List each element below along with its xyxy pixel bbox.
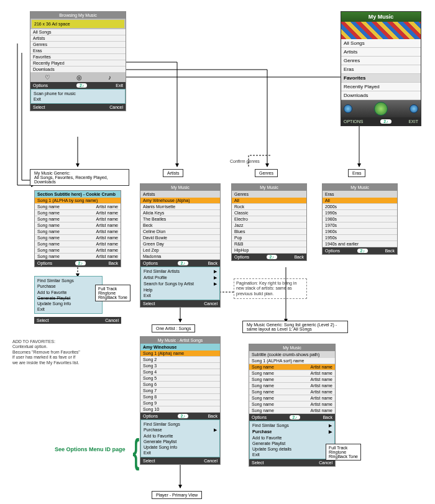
menu-item[interactable]: Update Song details: [252, 446, 332, 452]
list-item[interactable]: Green Day: [140, 241, 220, 247]
list-row[interactable]: Song nameArtist name: [35, 222, 121, 229]
softkey-back[interactable]: Back: [323, 415, 332, 419]
softkey-back[interactable]: Back: [208, 414, 218, 418]
list-item[interactable]: 1990s: [323, 210, 397, 216]
flyout-item[interactable]: Ringtone: [98, 291, 127, 295]
flyout-item[interactable]: Full Track: [329, 446, 358, 450]
menu-item[interactable]: Find Similar Artists▶: [144, 268, 217, 275]
list-row[interactable]: Song nameArtist name: [35, 216, 121, 222]
list-item[interactable]: 1970s: [323, 222, 397, 229]
menu-item[interactable]: Update Song info: [144, 444, 217, 450]
list-item[interactable]: Led Zep: [140, 247, 220, 254]
list-item[interactable]: Artists: [30, 35, 126, 42]
list-row[interactable]: Song nameArtist name: [35, 235, 121, 241]
list-row[interactable]: Song nameArtist name: [35, 254, 121, 260]
list-item[interactable]: Electro: [232, 216, 306, 222]
list-row[interactable]: Song nameArtist name: [249, 377, 335, 383]
list-item[interactable]: 1980s: [323, 216, 397, 222]
list-item[interactable]: Eras: [341, 65, 421, 74]
menu-item[interactable]: Generate Playlist: [144, 439, 217, 444]
list-item[interactable]: Song 7: [140, 388, 220, 394]
list-item[interactable]: Alicia Keys: [140, 210, 220, 216]
menu-item[interactable]: Scan phone for music: [34, 91, 122, 96]
list-item[interactable]: R&B: [232, 241, 306, 247]
menu-item[interactable]: Artist Profile▶: [144, 275, 217, 281]
now-playing-pill[interactable]: 2♪: [290, 415, 300, 419]
list-row[interactable]: Song nameArtist name: [35, 210, 121, 216]
menu-item[interactable]: Purchase▶: [37, 283, 99, 290]
list-item[interactable]: Song 4: [140, 369, 220, 375]
now-playing-pill[interactable]: 2♪: [178, 414, 188, 418]
list-row[interactable]: Song nameArtist name: [35, 247, 121, 254]
softkey-cancel[interactable]: Cancel: [109, 105, 123, 109]
list-item[interactable]: Jazz: [232, 222, 306, 229]
softkey-select[interactable]: Select: [37, 318, 48, 323]
list-item[interactable]: Favorites: [341, 74, 421, 83]
now-playing-pill[interactable]: 2♪: [357, 249, 368, 253]
menu-item[interactable]: Purchase▶: [252, 429, 332, 435]
softkey-options[interactable]: Options: [325, 249, 340, 253]
softkey-options[interactable]: OPTIONS: [344, 119, 364, 124]
list-item[interactable]: Rock: [232, 204, 306, 210]
list-item[interactable]: Classic: [232, 210, 306, 216]
menu-item[interactable]: Find Similar Songs▶: [252, 423, 332, 429]
list-item[interactable]: Song 5: [140, 375, 220, 382]
softkey-cancel[interactable]: Cancel: [319, 460, 332, 465]
softkey-cancel[interactable]: Cancel: [204, 459, 218, 463]
now-playing-pill[interactable]: 2♪: [267, 255, 277, 259]
menu-item[interactable]: Help: [144, 287, 217, 293]
menu-item[interactable]: Generate Playlist: [252, 441, 332, 446]
list-item[interactable]: Song 3: [140, 363, 220, 369]
softkey-options[interactable]: Options: [252, 415, 267, 419]
list-item[interactable]: All Songs: [341, 39, 421, 48]
list-item[interactable]: Artists: [341, 48, 421, 57]
menu-item[interactable]: Exit: [37, 306, 99, 312]
list-item[interactable]: HipHop: [232, 247, 306, 254]
list-header[interactable]: Amy Winehouse (Alpha): [140, 198, 220, 204]
flyout-item[interactable]: RingBack Tone: [98, 295, 127, 300]
menu-item[interactable]: Add to Favorite: [37, 290, 99, 295]
now-playing-pill[interactable]: 2♪: [75, 261, 86, 265]
menu-item[interactable]: Add to Favorite: [252, 435, 332, 441]
softkey-select[interactable]: Select: [33, 105, 45, 109]
play-icon[interactable]: [374, 102, 388, 116]
list-item[interactable]: Blues: [232, 229, 306, 235]
menu-item[interactable]: Purchase▶: [144, 427, 217, 433]
menu-item[interactable]: Search for Songs by Artist▶: [144, 281, 217, 287]
list-header[interactable]: Song 1 (ALPHA by song name): [35, 198, 121, 204]
list-item[interactable]: Alanis Morrisette: [140, 204, 220, 210]
list-header[interactable]: All: [323, 198, 397, 204]
menu-item[interactable]: Find Similar Songs: [37, 278, 99, 283]
list-row[interactable]: Song nameArtist name: [249, 389, 335, 395]
list-item[interactable]: Eras: [30, 48, 126, 54]
flyout-item[interactable]: RingBack Tone: [329, 454, 358, 459]
options-icon[interactable]: [344, 104, 352, 113]
list-item[interactable]: Pop: [232, 235, 306, 241]
menu-item[interactable]: Generate Playlist: [37, 295, 99, 301]
list-item[interactable]: Genres: [341, 57, 421, 65]
list-item[interactable]: The Beatles: [140, 216, 220, 222]
menu-item[interactable]: Find Similar Songs: [144, 421, 217, 427]
list-item[interactable]: Genres: [30, 42, 126, 48]
list-row[interactable]: Song nameArtist name: [249, 364, 335, 370]
softkey-options[interactable]: Options: [37, 261, 52, 265]
list-row[interactable]: Song nameArtist name: [249, 383, 335, 389]
softkey-cancel[interactable]: Cancel: [204, 301, 218, 306]
disc-icon[interactable]: ◎: [76, 74, 82, 81]
now-playing-pill[interactable]: 2♪: [178, 261, 188, 265]
list-item[interactable]: Downloads: [341, 91, 421, 100]
softkey-options[interactable]: Options: [143, 414, 158, 418]
now-playing-pill[interactable]: 2♪: [76, 83, 87, 88]
menu-item[interactable]: Exit: [144, 450, 217, 456]
softkey-select[interactable]: Select: [143, 459, 155, 463]
list-row[interactable]: Song nameArtist name: [249, 408, 335, 414]
menu-item[interactable]: Exit: [252, 452, 332, 457]
softkey-select[interactable]: Select: [143, 301, 155, 306]
exit-icon[interactable]: [410, 104, 418, 113]
list-row[interactable]: Song nameArtist name: [249, 401, 335, 408]
list-row[interactable]: Song nameArtist name: [35, 241, 121, 247]
softkey-back[interactable]: Back: [385, 249, 395, 253]
menu-item[interactable]: Add to Favorite: [144, 433, 217, 439]
list-row[interactable]: Song nameArtist name: [249, 370, 335, 377]
softkey-back[interactable]: Back: [108, 261, 118, 265]
